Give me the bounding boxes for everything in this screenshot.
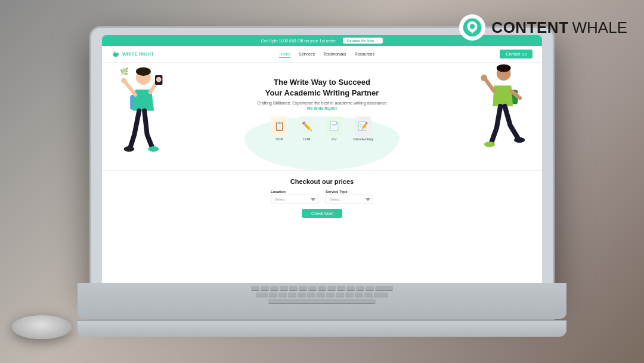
nav-home[interactable]: Home bbox=[279, 52, 290, 56]
service-ghostwriting[interactable]: 📝 Ghostwriting bbox=[353, 116, 373, 141]
cv-icon: 📄 bbox=[326, 116, 342, 136]
key bbox=[317, 293, 325, 297]
svg-point-8 bbox=[124, 146, 135, 152]
location-label: Location bbox=[271, 190, 286, 193]
hero-text-block: The Write Way to Succeed Your Academic W… bbox=[257, 77, 386, 141]
key bbox=[374, 293, 388, 297]
ghostwriting-icon: 📝 bbox=[355, 116, 371, 136]
lor-label: LOR bbox=[303, 137, 310, 141]
form-fields-row: Location Select Service Type Select bbox=[271, 190, 373, 204]
keyboard-row-2 bbox=[89, 293, 555, 297]
laptop-base bbox=[78, 320, 566, 337]
svg-point-18 bbox=[484, 141, 495, 147]
key bbox=[251, 286, 259, 291]
sop-label: SOP bbox=[275, 137, 283, 141]
laptop-keyboard bbox=[78, 283, 566, 319]
screen-bezel: Get Upto 1000 INR Off on your 1st order.… bbox=[102, 35, 542, 291]
key bbox=[307, 293, 315, 297]
services-row: 📋 SOP ✏️ LOR 📄 CV bbox=[257, 116, 386, 141]
watermark-whale-word: WHALE bbox=[572, 19, 627, 37]
svg-point-13 bbox=[497, 64, 511, 72]
hero-subtitle: Crafting Brilliance: Experience the best… bbox=[257, 101, 386, 105]
hero-title: The Write Way to Succeed Your Academic W… bbox=[257, 77, 386, 99]
site-logo: WRITE RIGHT bbox=[112, 50, 154, 59]
svg-line-5 bbox=[125, 82, 135, 95]
key bbox=[278, 293, 287, 297]
key bbox=[364, 293, 373, 297]
prices-form: Location Select Service Type Select bbox=[114, 190, 530, 218]
service-type-select[interactable]: Select bbox=[326, 195, 373, 204]
hero-section: 🌿 ✦ 🌿 bbox=[102, 63, 542, 170]
key bbox=[289, 286, 298, 291]
hero-figure-right bbox=[476, 63, 533, 155]
service-sop[interactable]: 📋 SOP bbox=[271, 116, 287, 141]
nav-contact-button[interactable]: Contact Us bbox=[500, 50, 532, 59]
watermark-content-word: CONTENT bbox=[491, 19, 568, 37]
hero-title-line1: The Write Way to Succeed bbox=[274, 78, 370, 87]
service-type-group: Service Type Select bbox=[326, 190, 373, 204]
keyboard-rows bbox=[78, 283, 566, 307]
prices-section: Checkout our prices Location Select Serv… bbox=[102, 170, 542, 225]
key bbox=[356, 286, 364, 291]
screen-content: Get Upto 1000 INR Off on your 1st order.… bbox=[102, 35, 542, 291]
key bbox=[288, 293, 296, 297]
service-type-label: Service Type bbox=[326, 190, 348, 193]
key bbox=[345, 293, 354, 297]
svg-point-1 bbox=[470, 24, 475, 29]
keyboard-row-1 bbox=[89, 286, 555, 291]
announcement-text: Get Upto 1000 INR Off on your 1st order. bbox=[261, 39, 337, 43]
svg-point-9 bbox=[148, 146, 159, 152]
key bbox=[355, 293, 363, 297]
hero-figure-left bbox=[111, 66, 171, 161]
nav-resources[interactable]: Resources bbox=[354, 52, 374, 56]
key bbox=[336, 293, 344, 297]
cw-logo-icon bbox=[462, 17, 482, 38]
key bbox=[327, 286, 336, 291]
service-lor[interactable]: ✏️ LOR bbox=[298, 116, 315, 141]
desk-lamp bbox=[12, 315, 72, 339]
svg-point-17 bbox=[481, 75, 487, 81]
svg-point-10 bbox=[121, 78, 126, 83]
key bbox=[318, 286, 326, 291]
key-backspace bbox=[375, 286, 393, 291]
keyboard-row-3 bbox=[89, 299, 555, 304]
announcement-button-label: Contact Us Now → bbox=[347, 39, 379, 42]
logo-text: WRITE RIGHT bbox=[122, 51, 154, 57]
logo-icon bbox=[112, 50, 120, 59]
announcement-button[interactable]: Contact Us Now → bbox=[343, 38, 383, 44]
key bbox=[261, 286, 269, 291]
svg-line-15 bbox=[485, 79, 494, 91]
ghostwriting-label: Ghostwriting bbox=[353, 137, 373, 141]
nav-links: Home Services Testimonials Resources bbox=[279, 52, 374, 56]
hero-tagline: We Write Right!! bbox=[257, 106, 386, 110]
key-space bbox=[268, 299, 376, 304]
key bbox=[269, 293, 277, 297]
cv-label: CV bbox=[332, 137, 336, 141]
location-select[interactable]: Select bbox=[271, 195, 318, 204]
svg-point-3 bbox=[136, 67, 151, 76]
key bbox=[298, 293, 306, 297]
watermark-logo-area: CONTENT WHALE bbox=[459, 14, 627, 41]
svg-point-11 bbox=[156, 77, 162, 82]
laptop: Get Upto 1000 INR Off on your 1st order.… bbox=[89, 26, 555, 337]
nav-testimonials[interactable]: Testimonials bbox=[323, 52, 346, 56]
svg-point-19 bbox=[514, 137, 525, 143]
key bbox=[337, 286, 345, 291]
key bbox=[280, 286, 288, 291]
key bbox=[366, 286, 374, 291]
key bbox=[308, 286, 317, 291]
lor-icon: ✏️ bbox=[298, 116, 315, 136]
service-cv[interactable]: 📄 CV bbox=[326, 116, 342, 141]
hero-title-line2: Your Academic Writing Partner bbox=[265, 88, 379, 97]
sop-icon: 📋 bbox=[271, 116, 287, 136]
key bbox=[270, 286, 278, 291]
watermark-text: CONTENT WHALE bbox=[491, 19, 627, 37]
location-group: Location Select bbox=[271, 190, 318, 204]
check-now-button[interactable]: Check Now bbox=[302, 209, 342, 218]
key-tab bbox=[256, 293, 268, 297]
laptop-lid: Get Upto 1000 INR Off on your 1st order.… bbox=[89, 26, 555, 301]
nav-services[interactable]: Services bbox=[299, 52, 315, 56]
key bbox=[346, 286, 355, 291]
watermark-logo-circle bbox=[459, 14, 485, 41]
key bbox=[299, 286, 307, 291]
